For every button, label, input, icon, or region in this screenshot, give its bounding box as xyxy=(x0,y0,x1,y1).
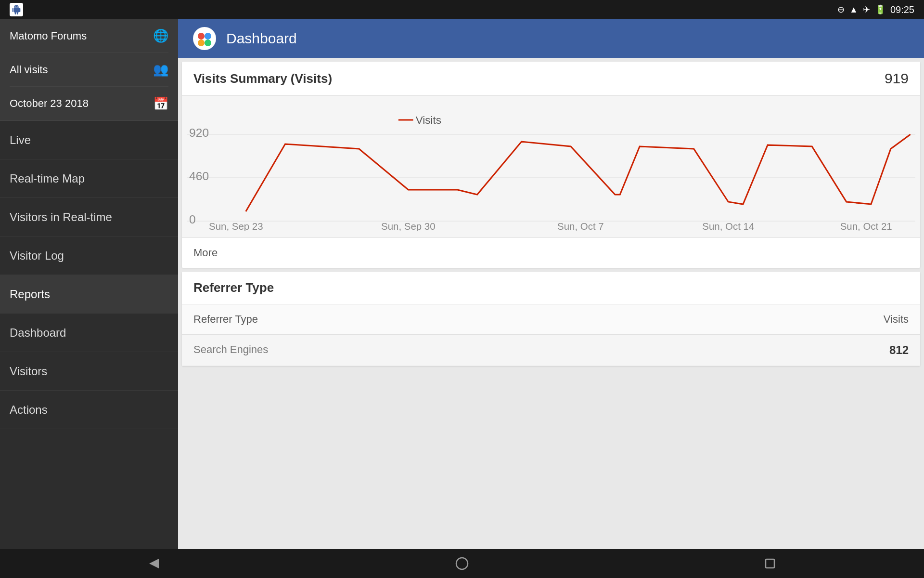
status-bar-left xyxy=(10,3,23,16)
sidebar-item-realtime-map-label: Real-time Map xyxy=(10,172,85,185)
sidebar-item-visitor-log-label: Visitor Log xyxy=(10,249,64,263)
svg-text:460: 460 xyxy=(189,170,209,183)
back-button[interactable] xyxy=(140,554,168,573)
sidebar: Matomo Forums 🌐 All visits 👥 October 23 … xyxy=(0,19,178,549)
svg-point-3 xyxy=(198,39,205,46)
dashboard-title: Dashboard xyxy=(226,30,297,47)
sidebar-item-visitor-log[interactable]: Visitor Log xyxy=(0,236,178,275)
sidebar-item-realtime-map[interactable]: Real-time Map xyxy=(0,159,178,198)
sidebar-date-row[interactable]: October 23 2018 📅 xyxy=(10,87,168,120)
more-row[interactable]: More xyxy=(182,237,920,268)
sidebar-item-visitors-realtime[interactable]: Visitors in Real-time xyxy=(0,198,178,236)
top-bar: Dashboard xyxy=(178,19,924,58)
svg-point-1 xyxy=(198,33,205,39)
status-time: 09:25 xyxy=(890,4,914,15)
bottom-nav xyxy=(0,549,924,578)
battery-icon: 🔋 xyxy=(875,4,886,15)
svg-rect-5 xyxy=(187,105,915,231)
visits-summary-card: Visits Summary (Visits) 919 920 460 xyxy=(182,62,920,268)
referrer-type-card: Referrer Type Referrer Type Visits Searc… xyxy=(182,272,920,366)
referrer-type-table-header: Referrer Type Visits xyxy=(182,304,920,335)
svg-point-0 xyxy=(193,27,216,50)
referrer-type-title: Referrer Type xyxy=(193,280,274,295)
referrer-type-cell-value: 812 xyxy=(889,343,909,357)
globe-icon: 🌐 xyxy=(153,28,168,43)
referrer-type-header: Referrer Type xyxy=(182,272,920,304)
svg-text:Sun, Oct 21: Sun, Oct 21 xyxy=(840,221,892,231)
svg-text:920: 920 xyxy=(189,126,209,139)
svg-text:Visits: Visits xyxy=(416,114,441,126)
sidebar-site-row[interactable]: Matomo Forums 🌐 xyxy=(10,19,168,53)
sidebar-visits-label: All visits xyxy=(10,64,48,76)
svg-text:Sun, Oct 7: Sun, Oct 7 xyxy=(557,221,604,231)
wifi-icon: ▲ xyxy=(849,5,858,15)
status-bar-right: ⊖ ▲ ✈ 🔋 09:25 xyxy=(837,4,914,15)
sidebar-header: Matomo Forums 🌐 All visits 👥 October 23 … xyxy=(0,19,178,121)
home-button[interactable] xyxy=(448,554,476,573)
visits-summary-value: 919 xyxy=(885,70,909,87)
main-layout: Matomo Forums 🌐 All visits 👥 October 23 … xyxy=(0,19,924,549)
svg-text:Sun, Oct 14: Sun, Oct 14 xyxy=(702,221,754,231)
content-scroll[interactable]: Visits Summary (Visits) 919 920 460 xyxy=(178,58,924,549)
recents-button[interactable] xyxy=(756,554,784,573)
matomo-logo xyxy=(192,26,217,51)
sidebar-nav: Live Real-time Map Visitors in Real-time… xyxy=(0,121,178,549)
chart-container: 920 460 0 Visits Sun, Sep 23 Sun, Sep 30… xyxy=(182,96,920,237)
airplane-icon: ✈ xyxy=(863,4,870,15)
android-icon xyxy=(10,3,23,16)
sidebar-item-live[interactable]: Live xyxy=(0,121,178,159)
sidebar-site-name: Matomo Forums xyxy=(10,30,87,42)
signal-minus-icon: ⊖ xyxy=(837,4,845,15)
calendar-icon: 📅 xyxy=(153,96,168,111)
sidebar-item-dashboard[interactable]: Dashboard xyxy=(0,314,178,352)
referrer-type-row-1[interactable]: Search Engines 812 xyxy=(182,335,920,366)
visits-summary-title: Visits Summary (Visits) xyxy=(193,71,332,86)
sidebar-item-visitors[interactable]: Visitors xyxy=(0,352,178,391)
svg-point-4 xyxy=(205,39,211,46)
sidebar-item-visitors-label: Visitors xyxy=(10,365,47,378)
svg-point-2 xyxy=(205,33,211,39)
visits-chart: 920 460 0 Visits Sun, Sep 23 Sun, Sep 30… xyxy=(187,105,915,231)
sidebar-item-live-label: Live xyxy=(10,133,31,147)
visits-summary-header: Visits Summary (Visits) 919 xyxy=(182,62,920,96)
sidebar-item-actions[interactable]: Actions xyxy=(0,391,178,429)
sidebar-item-dashboard-label: Dashboard xyxy=(10,326,66,340)
sidebar-item-reports[interactable]: Reports xyxy=(0,275,178,314)
svg-point-20 xyxy=(456,558,468,569)
svg-text:0: 0 xyxy=(189,213,196,226)
svg-rect-21 xyxy=(766,559,774,568)
more-link: More xyxy=(193,247,218,259)
sidebar-item-reports-label: Reports xyxy=(10,288,50,301)
content-area: Dashboard Visits Summary (Visits) 919 xyxy=(178,19,924,549)
svg-text:Sun, Sep 30: Sun, Sep 30 xyxy=(381,221,436,231)
sidebar-visits-row[interactable]: All visits 👥 xyxy=(10,53,168,87)
svg-marker-19 xyxy=(149,559,159,568)
referrer-col-label: Referrer Type xyxy=(193,313,258,326)
status-bar: ⊖ ▲ ✈ 🔋 09:25 xyxy=(0,0,924,19)
referrer-type-cell-label: Search Engines xyxy=(193,343,268,357)
sidebar-item-visitors-realtime-label: Visitors in Real-time xyxy=(10,210,112,224)
sidebar-item-actions-label: Actions xyxy=(10,403,48,417)
visits-col-label: Visits xyxy=(884,313,909,326)
svg-text:Sun, Sep 23: Sun, Sep 23 xyxy=(209,221,263,231)
users-icon: 👥 xyxy=(153,62,168,77)
sidebar-date-label: October 23 2018 xyxy=(10,97,89,110)
